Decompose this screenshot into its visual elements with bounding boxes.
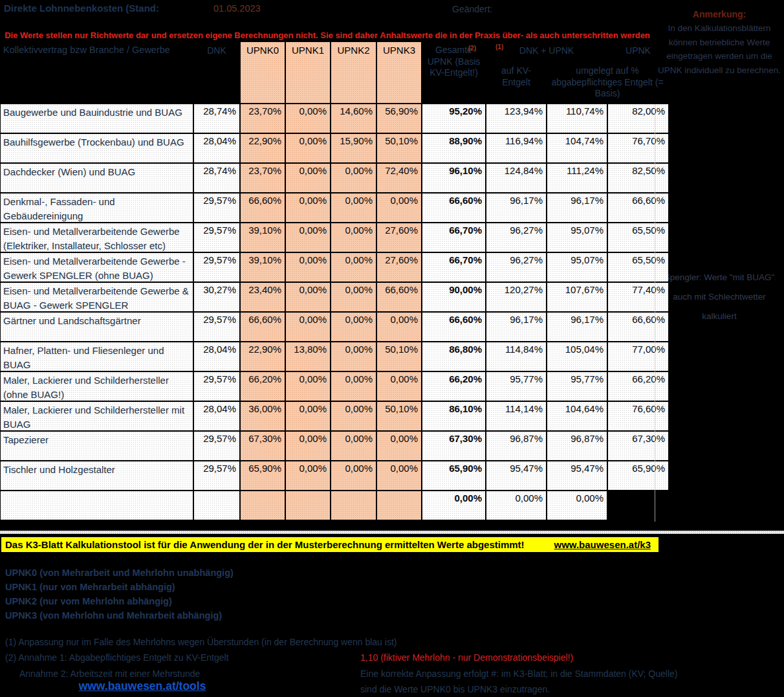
value-cell[interactable]: 77,00% bbox=[608, 342, 668, 371]
value-cell[interactable]: 29,57% bbox=[194, 461, 239, 490]
value-cell[interactable]: 65,50% bbox=[608, 223, 668, 252]
value-cell[interactable]: 28,04% bbox=[194, 134, 239, 162]
tools-link[interactable]: www.bauwesen.at/tools bbox=[68, 680, 217, 693]
value-cell[interactable] bbox=[331, 491, 376, 520]
value-cell[interactable]: 22,90% bbox=[241, 342, 285, 371]
value-cell[interactable]: 114,14% bbox=[486, 402, 546, 430]
value-cell[interactable]: 107,67% bbox=[547, 283, 607, 311]
value-cell[interactable]: 67,30% bbox=[422, 432, 485, 460]
value-cell[interactable]: 104,64% bbox=[547, 402, 607, 430]
value-cell[interactable]: 96,17% bbox=[486, 194, 546, 222]
value-cell[interactable]: 28,74% bbox=[194, 104, 239, 133]
value-cell[interactable]: 96,10% bbox=[422, 164, 485, 192]
value-cell[interactable]: 56,90% bbox=[377, 104, 421, 133]
value-cell[interactable]: 15,90% bbox=[331, 134, 376, 162]
value-cell[interactable]: 0,00% bbox=[286, 253, 330, 282]
value-cell[interactable]: 0,00% bbox=[331, 223, 376, 252]
value-cell[interactable]: 96,17% bbox=[547, 313, 607, 341]
value-cell[interactable]: 29,57% bbox=[194, 313, 239, 341]
value-cell[interactable]: 0,00% bbox=[286, 372, 330, 401]
value-cell[interactable]: 29,57% bbox=[194, 223, 239, 252]
row-label-cell[interactable]: Tischler und Holzgestalter bbox=[1, 461, 193, 490]
value-cell[interactable]: 66,20% bbox=[608, 372, 668, 401]
value-cell[interactable]: 105,04% bbox=[547, 342, 607, 371]
value-cell[interactable]: 30,27% bbox=[194, 283, 239, 311]
value-cell[interactable]: 76,70% bbox=[608, 134, 668, 162]
value-cell[interactable]: 14,60% bbox=[331, 104, 376, 133]
row-label-cell[interactable]: Hafner, Platten- und Fliesenleger und BU… bbox=[1, 342, 193, 371]
value-cell[interactable]: 0,00% bbox=[377, 372, 421, 401]
value-cell[interactable]: 66,60% bbox=[608, 194, 668, 222]
value-cell[interactable]: 0,00% bbox=[331, 194, 376, 222]
row-label-cell[interactable]: Baugewerbe und Bauindustrie und BUAG bbox=[1, 104, 193, 133]
value-cell[interactable] bbox=[194, 491, 239, 520]
value-cell[interactable]: 86,80% bbox=[422, 342, 485, 371]
value-cell[interactable]: 88,90% bbox=[422, 134, 485, 162]
value-cell[interactable]: 0,00% bbox=[422, 491, 485, 520]
value-cell[interactable]: 23,70% bbox=[241, 104, 285, 133]
value-cell[interactable]: 0,00% bbox=[331, 432, 376, 460]
value-cell[interactable]: 67,30% bbox=[608, 432, 668, 460]
value-cell[interactable]: 66,70% bbox=[422, 253, 485, 282]
value-cell[interactable]: 65,90% bbox=[241, 461, 285, 490]
value-cell[interactable]: 0,00% bbox=[331, 283, 376, 311]
value-cell[interactable]: 114,84% bbox=[486, 342, 546, 371]
value-cell[interactable]: 95,07% bbox=[547, 223, 607, 252]
value-cell[interactable]: 66,20% bbox=[241, 372, 285, 401]
value-cell[interactable]: 95,20% bbox=[422, 104, 485, 133]
value-cell[interactable]: 0,00% bbox=[286, 194, 330, 222]
header-upnk0[interactable]: UPNK0 bbox=[241, 42, 285, 103]
value-cell[interactable]: 27,60% bbox=[377, 223, 421, 252]
header-right-group[interactable]: DNK + UPNK (1) UPNK auf KV-Entgelt umgel… bbox=[486, 42, 668, 103]
value-cell[interactable]: 0,00% bbox=[377, 461, 421, 490]
value-cell[interactable] bbox=[377, 491, 421, 520]
value-cell[interactable]: 0,00% bbox=[286, 164, 330, 192]
header-gesamt-upnk[interactable]: Gesamte UPNK (Basis KV-Entgelt!) (2) bbox=[422, 42, 485, 103]
value-cell[interactable]: 66,70% bbox=[422, 223, 485, 252]
value-cell[interactable]: 66,60% bbox=[241, 194, 285, 222]
value-cell[interactable]: 110,74% bbox=[547, 104, 607, 133]
value-cell[interactable] bbox=[286, 491, 330, 520]
value-cell[interactable]: 65,90% bbox=[608, 461, 668, 490]
header-branche[interactable]: Kollektivvertrag bzw Branche / Gewerbe bbox=[1, 42, 193, 103]
value-cell[interactable]: 28,74% bbox=[194, 164, 239, 192]
value-cell[interactable]: 50,10% bbox=[377, 342, 421, 371]
row-label-cell[interactable]: Tapezierer bbox=[1, 432, 193, 460]
value-cell[interactable]: 0,00% bbox=[377, 432, 421, 460]
value-cell[interactable]: 0,00% bbox=[331, 253, 376, 282]
value-cell[interactable]: 50,10% bbox=[377, 134, 421, 162]
value-cell[interactable]: 23,70% bbox=[241, 164, 285, 192]
row-label-cell[interactable]: Dachdecker (Wien) und BUAG bbox=[1, 164, 193, 192]
row-label-cell[interactable]: Eisen- und Metallverarbeitende Gewerbe (… bbox=[1, 223, 193, 252]
value-cell[interactable]: 29,57% bbox=[194, 253, 239, 282]
value-cell[interactable]: 111,24% bbox=[547, 164, 607, 192]
value-cell[interactable]: 95,47% bbox=[547, 461, 607, 490]
value-cell[interactable]: 39,10% bbox=[241, 223, 285, 252]
value-cell[interactable] bbox=[608, 491, 668, 520]
value-cell[interactable]: 22,90% bbox=[241, 134, 285, 162]
value-cell[interactable]: 0,00% bbox=[286, 283, 330, 311]
row-label-cell[interactable]: Bauhilfsgewerbe (Trockenbau) und BUAG bbox=[1, 134, 193, 162]
value-cell[interactable]: 0,00% bbox=[286, 432, 330, 460]
row-label-cell[interactable]: Gärtner und Landschaftsgärtner bbox=[1, 313, 193, 341]
value-cell[interactable]: 29,57% bbox=[194, 194, 239, 222]
row-label-cell[interactable]: Maler, Lackierer und Schilderhersteller … bbox=[1, 402, 193, 430]
value-cell[interactable]: 0,00% bbox=[331, 164, 376, 192]
value-cell[interactable]: 0,00% bbox=[286, 223, 330, 252]
value-cell[interactable]: 95,47% bbox=[486, 461, 546, 490]
value-cell[interactable]: 66,20% bbox=[422, 372, 485, 401]
value-cell[interactable]: 66,60% bbox=[241, 313, 285, 341]
value-cell[interactable]: 82,50% bbox=[608, 164, 668, 192]
value-cell[interactable]: 27,60% bbox=[377, 253, 421, 282]
header-dnk[interactable]: DNK bbox=[194, 42, 239, 103]
value-cell[interactable]: 96,17% bbox=[486, 313, 546, 341]
row-label-cell[interactable] bbox=[1, 491, 193, 520]
value-cell[interactable]: 0,00% bbox=[286, 104, 330, 133]
value-cell[interactable]: 76,60% bbox=[608, 402, 668, 430]
row-label-cell[interactable]: Maler, Lackierer und Schilderhersteller … bbox=[1, 372, 193, 401]
row-label-cell[interactable]: Eisen- und Metallverarbeitende Gewerbe &… bbox=[1, 283, 193, 311]
value-cell[interactable]: 39,10% bbox=[241, 253, 285, 282]
value-cell[interactable]: 104,74% bbox=[547, 134, 607, 162]
value-cell[interactable]: 96,87% bbox=[547, 432, 607, 460]
value-cell[interactable]: 66,60% bbox=[377, 283, 421, 311]
